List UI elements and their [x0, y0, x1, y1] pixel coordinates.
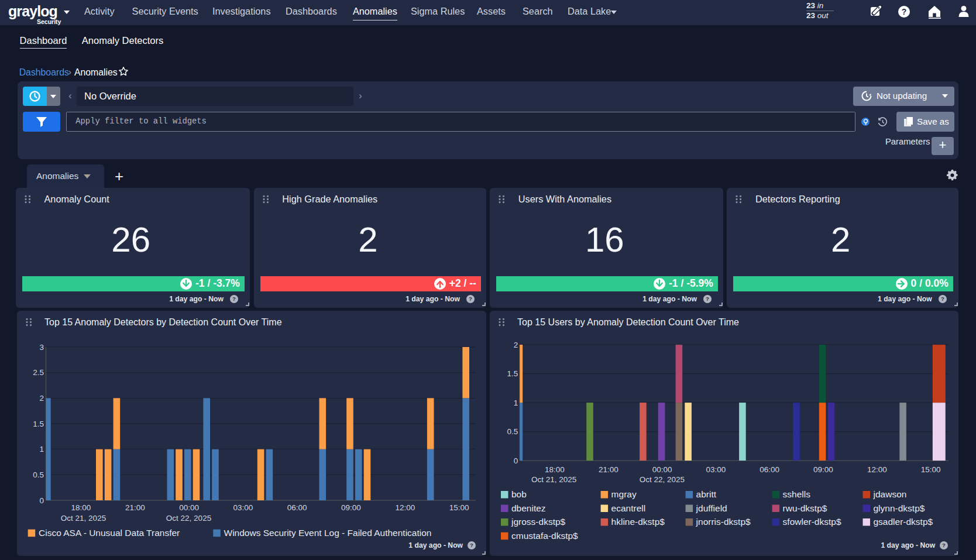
svg-text:0.5: 0.5	[507, 427, 518, 436]
svg-text:gsadler-dkstp$: gsadler-dkstp$	[874, 517, 933, 527]
svg-text:?: ?	[941, 296, 944, 302]
svg-text:hkline-dkstp$: hkline-dkstp$	[611, 517, 665, 527]
svg-text:cmustafa-dkstp$: cmustafa-dkstp$	[511, 531, 578, 541]
svg-text:mgray: mgray	[611, 489, 637, 499]
svg-text:jnorris-dkstp$: jnorris-dkstp$	[696, 517, 751, 527]
svg-text:2.5: 2.5	[33, 368, 44, 377]
svg-text:?: ?	[902, 7, 907, 16]
svg-text:Oct 21, 2025: Oct 21, 2025	[531, 475, 576, 484]
svg-text:18:00: 18:00	[545, 465, 565, 474]
svg-text:Windows Security Event Log - F: Windows Security Event Log - Failed Auth…	[224, 528, 432, 538]
svg-text:12:00: 12:00	[395, 503, 415, 512]
svg-text:18:00: 18:00	[71, 503, 91, 512]
svg-text:00:00: 00:00	[652, 465, 672, 474]
svg-text:15:00: 15:00	[921, 465, 941, 474]
svg-text:21:00: 21:00	[599, 465, 618, 474]
svg-text:0: 0	[514, 456, 518, 465]
svg-text:1: 1	[514, 398, 518, 407]
svg-text:?: ?	[706, 296, 709, 302]
svg-text:0: 0	[40, 496, 44, 505]
svg-text:2: 2	[514, 341, 518, 349]
svg-text:12:00: 12:00	[867, 465, 887, 474]
svg-text:jduffield: jduffield	[696, 503, 727, 513]
svg-text:Oct 22, 2025: Oct 22, 2025	[166, 514, 211, 523]
svg-text:jgross-dkstp$: jgross-dkstp$	[511, 517, 566, 527]
svg-text:1.5: 1.5	[33, 420, 44, 428]
svg-text:03:00: 03:00	[706, 465, 726, 474]
svg-text:sshells: sshells	[783, 489, 811, 499]
svg-text:15:00: 15:00	[449, 503, 469, 512]
svg-text:?: ?	[232, 296, 236, 302]
svg-text:Oct 21, 2025: Oct 21, 2025	[61, 514, 106, 523]
svg-text:?: ?	[469, 296, 472, 302]
svg-text:Cisco ASA - Unusual Data Trans: Cisco ASA - Unusual Data Transfer	[39, 528, 180, 538]
svg-text:1.5: 1.5	[507, 369, 518, 378]
svg-text:bob: bob	[511, 489, 527, 499]
svg-text:1: 1	[40, 445, 44, 454]
svg-text:rwu-dkstp$: rwu-dkstp$	[783, 503, 827, 513]
svg-text:03:00: 03:00	[233, 503, 253, 512]
svg-text:21:00: 21:00	[125, 503, 145, 512]
svg-text:jdawson: jdawson	[873, 489, 907, 499]
svg-text:06:00: 06:00	[760, 465, 779, 474]
svg-text:Oct 22, 2025: Oct 22, 2025	[640, 475, 685, 484]
svg-text:abritt: abritt	[696, 489, 717, 499]
svg-text:3: 3	[40, 343, 44, 352]
svg-text:sfowler-dkstp$: sfowler-dkstp$	[783, 517, 841, 527]
svg-text:dbenitez: dbenitez	[511, 503, 546, 513]
svg-text:06:00: 06:00	[287, 503, 307, 512]
svg-text:glynn-dkstp$: glynn-dkstp$	[874, 503, 925, 513]
svg-text:09:00: 09:00	[341, 503, 361, 512]
svg-text:2: 2	[40, 394, 44, 403]
svg-text:09:00: 09:00	[813, 465, 833, 474]
svg-text:0.5: 0.5	[33, 470, 44, 479]
svg-text:00:00: 00:00	[179, 503, 199, 512]
svg-text:ecantrell: ecantrell	[611, 503, 646, 513]
